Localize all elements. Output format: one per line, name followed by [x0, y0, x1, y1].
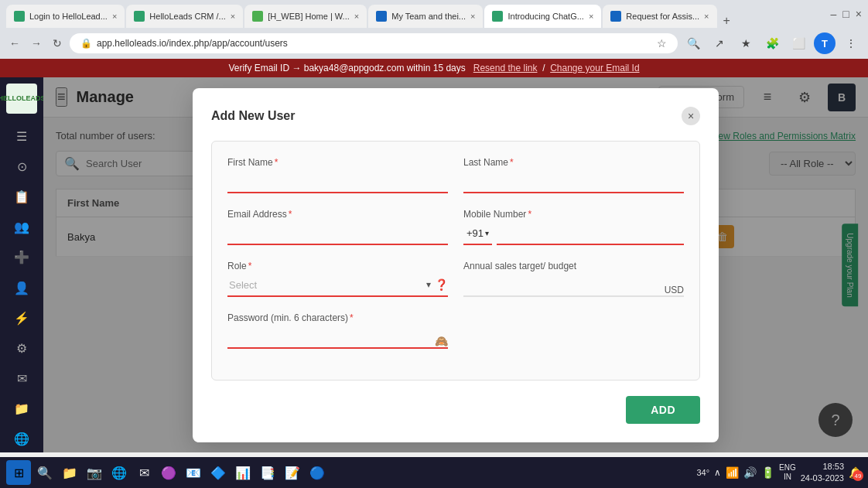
taskbar-battery-icon[interactable]: 🔋 [761, 466, 774, 479]
tabs-bar: Login to HelloLead... × HelloLeads CRM /… [6, 0, 735, 28]
add-user-button[interactable]: ADD [626, 396, 700, 424]
last-name-input[interactable] [463, 171, 684, 193]
sidebar-icon-menu[interactable]: ☰ [8, 123, 36, 150]
taskbar-mail-icon[interactable]: ✉ [133, 462, 155, 483]
taskbar-outlook-icon[interactable]: 📧 [183, 462, 204, 483]
role-select[interactable]: Select [227, 275, 448, 295]
tab-4-close[interactable]: × [470, 12, 475, 21]
tab-1-close[interactable]: × [112, 12, 117, 21]
taskbar: ⊞ 🔍 📁 📷 🌐 ✉ 🟣 📧 🔷 📊 📑 📝 🔵 34° ∧ 📶 🔊 🔋 EN… [0, 457, 868, 488]
tab-2[interactable]: HelloLeads CRM /... × [126, 5, 243, 28]
tab-6-label: Request for Assis... [626, 12, 699, 21]
role-help-icon[interactable]: ❓ [435, 278, 448, 291]
chrome-menu-icon[interactable]: ⋮ [840, 32, 862, 54]
forward-button[interactable]: → [28, 34, 45, 53]
tab-5-favicon [492, 11, 503, 22]
tab-5[interactable]: Introducing ChatG... × [484, 5, 601, 28]
tab-2-close[interactable]: × [231, 12, 235, 21]
taskbar-powerpoint-icon[interactable]: 📑 [257, 462, 279, 483]
tab-3-close[interactable]: × [354, 12, 359, 21]
taskbar-start-button[interactable]: ⊞ [6, 460, 31, 485]
annual-sales-input[interactable] [463, 275, 661, 295]
language-indicator: ENGIN [779, 463, 796, 482]
taskbar-word-icon[interactable]: 📝 [282, 462, 303, 483]
temperature-label: 34° [696, 468, 709, 477]
tab-1[interactable]: Login to HelloLead... × [6, 5, 125, 28]
sidebar-icon-dashboard[interactable]: ⊙ [8, 153, 36, 180]
modal-title: Add New User [211, 109, 295, 123]
new-tab-button[interactable]: + [719, 14, 735, 28]
tab-3[interactable]: [H_WEB] Home | W... × [244, 5, 367, 28]
taskbar-files-icon[interactable]: 📁 [59, 462, 80, 483]
close-window-button[interactable]: × [856, 8, 862, 20]
tab-1-favicon [14, 11, 25, 22]
taskbar-teams2-icon[interactable]: 🔷 [207, 462, 229, 483]
taskbar-chevron-icon[interactable]: ∧ [714, 467, 721, 478]
search-labs-icon[interactable]: 🔍 [682, 32, 704, 54]
address-bar[interactable]: 🔒 app.helloleads.io/index.php/app/accoun… [70, 33, 678, 53]
mobile-label: Mobile Number* [463, 209, 684, 220]
taskbar-camera-icon[interactable]: 📷 [84, 462, 105, 483]
taskbar-search-icon[interactable]: 🔍 [34, 462, 56, 483]
first-name-label: First Name* [227, 157, 448, 168]
tab-6-close[interactable]: × [704, 12, 709, 21]
address-icons: ☆ [657, 37, 667, 49]
role-group: Role* Select ▾ ❓ [227, 261, 448, 297]
sidebar-icon-profile[interactable]: 👤 [8, 274, 36, 301]
sidebar-icon-globe[interactable]: 🌐 [8, 425, 36, 452]
tab-2-favicon [134, 11, 145, 22]
tab-6-favicon [610, 11, 621, 22]
email-label: Email Address* [227, 209, 448, 220]
maximize-button[interactable]: □ [842, 8, 849, 20]
password-toggle-icon[interactable]: 🙈 [435, 335, 448, 347]
sidebar-icon-lightning[interactable]: ⚡ [8, 305, 36, 332]
tab-1-label: Login to HelloLead... [29, 12, 108, 21]
sidebar-icon-team[interactable]: 👥 [8, 213, 36, 241]
desktop-icon[interactable]: ⬜ [788, 32, 809, 54]
email-group: Email Address* [227, 209, 448, 245]
tab-6[interactable]: Request for Assis... × [603, 5, 716, 28]
change-email-link[interactable]: Change your Email Id [550, 63, 639, 73]
role-label: Role* [227, 261, 448, 271]
tab-4[interactable]: My Team and thei... × [368, 5, 483, 28]
taskbar-teams-icon[interactable]: 🟣 [158, 462, 179, 483]
tab-4-label: My Team and thei... [391, 12, 466, 21]
address-bar-row: ← → ↻ 🔒 app.helloleads.io/index.php/app/… [0, 28, 868, 59]
modal-close-button[interactable]: × [682, 107, 700, 125]
email-input[interactable] [227, 223, 448, 245]
reload-button[interactable]: ↻ [50, 34, 65, 53]
notification-badge[interactable]: 🔔 49 [849, 466, 862, 479]
sidebar-icon-settings[interactable]: ⚙ [8, 335, 36, 362]
taskbar-browser-icon[interactable]: 🌐 [108, 462, 130, 483]
modal-overlay: Add New User × First Name* [43, 77, 868, 452]
star-icon[interactable]: ☆ [657, 37, 667, 49]
modal-header: Add New User × [211, 107, 700, 125]
password-label: Password (min. 6 characters)* [227, 312, 448, 323]
bookmark-icon[interactable]: ★ [735, 32, 757, 54]
phone-code-selector[interactable]: +91 ▾ [463, 223, 492, 245]
taskbar-wifi-icon[interactable]: 📶 [726, 466, 739, 479]
profile-avatar[interactable]: T [814, 32, 836, 54]
password-wrapper: 🙈 [227, 326, 448, 349]
taskbar-volume-icon[interactable]: 🔊 [743, 466, 757, 479]
tab-4-favicon [376, 11, 387, 22]
share-icon[interactable]: ↗ [709, 32, 730, 54]
mobile-group: Mobile Number* +91 ▾ [463, 209, 684, 245]
tab-5-close[interactable]: × [589, 12, 593, 21]
resend-link[interactable]: Resend the link [473, 63, 538, 73]
last-name-group: Last Name* [463, 157, 684, 193]
password-input[interactable] [227, 326, 448, 347]
first-name-input[interactable] [227, 171, 448, 193]
phone-input[interactable] [497, 223, 684, 245]
extensions-icon[interactable]: 🧩 [761, 32, 783, 54]
minimize-button[interactable]: – [831, 8, 837, 20]
sidebar-icon-add[interactable]: ➕ [8, 244, 36, 271]
taskbar-excel-icon[interactable]: 📊 [232, 462, 254, 483]
browser-actions: 🔍 ↗ ★ 🧩 ⬜ T ⋮ [682, 32, 862, 54]
taskbar-app-icon[interactable]: 🔵 [306, 462, 328, 483]
empty-group [463, 312, 684, 349]
back-button[interactable]: ← [6, 34, 23, 53]
sidebar-icon-mail[interactable]: ✉ [8, 365, 36, 392]
sidebar-icon-folder[interactable]: 📁 [8, 395, 36, 422]
sidebar-icon-leads[interactable]: 📋 [8, 183, 36, 210]
